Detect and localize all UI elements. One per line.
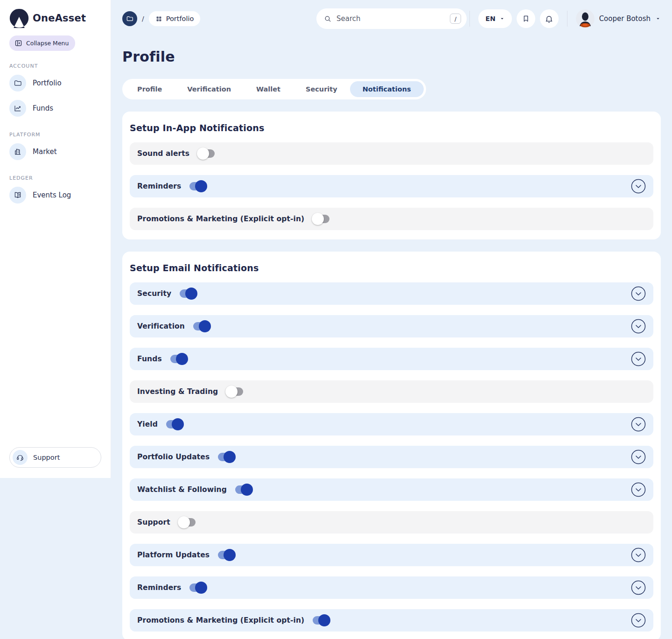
sidebar-nav: ACCOUNT Portfolio Funds PLATFORM Market … — [9, 63, 101, 206]
toggle-switch[interactable] — [235, 485, 252, 494]
tab-notifications[interactable]: Notifications — [350, 81, 424, 97]
notification-row-yield: Yield — [130, 413, 653, 435]
sidebar-item-events-log[interactable]: Events Log — [9, 184, 101, 206]
toggle-switch[interactable] — [313, 215, 329, 223]
toggle-switch[interactable] — [313, 616, 329, 625]
row-label: Reminders — [137, 583, 181, 592]
notification-row-funds: Funds — [130, 348, 653, 370]
toggle-switch[interactable] — [189, 583, 206, 592]
expand-chevron-button[interactable] — [631, 351, 646, 366]
breadcrumb-home-button[interactable] — [122, 11, 137, 26]
search-input[interactable] — [336, 14, 445, 23]
toggle-knob — [195, 582, 207, 594]
expand-chevron-button[interactable] — [631, 613, 646, 628]
toggle-switch[interactable] — [179, 518, 196, 527]
row-label: Yield — [137, 420, 158, 428]
expand-chevron-button[interactable] — [631, 179, 646, 194]
open-book-icon — [9, 187, 26, 204]
tab-wallet[interactable]: Wallet — [244, 81, 293, 97]
support-label: Support — [33, 454, 60, 461]
notification-row-watchlist-following: Watchlist & Following — [130, 478, 653, 501]
chevron-down-icon — [499, 16, 505, 21]
sidebar-section: LEDGER Events Log — [9, 175, 101, 206]
top-bar: / Portfolio / EN — [122, 0, 661, 37]
toggle-switch[interactable] — [218, 453, 235, 461]
chevron-down-icon — [631, 319, 646, 334]
toggle-switch[interactable] — [218, 551, 235, 559]
row-label: Portfolio Updates — [137, 453, 210, 461]
language-selector[interactable]: EN — [478, 9, 511, 28]
chevron-down-icon — [631, 449, 646, 464]
user-name: Cooper Botosh — [599, 14, 651, 23]
expand-chevron-button[interactable] — [631, 449, 646, 464]
divider — [469, 11, 470, 27]
notification-row-portfolio-updates: Portfolio Updates — [130, 446, 653, 468]
notification-row-investing-trading: Investing & Trading — [130, 380, 653, 403]
breadcrumb-portfolio-chip[interactable]: Portfolio — [149, 11, 201, 26]
toggle-knob — [312, 213, 324, 225]
expand-chevron-button[interactable] — [631, 319, 646, 334]
search-icon — [324, 15, 332, 23]
bookmarks-button[interactable] — [517, 9, 535, 28]
toggle-switch[interactable] — [193, 322, 210, 330]
chevron-down-icon — [631, 351, 646, 366]
sidebar-item-label: Market — [33, 147, 57, 156]
toggle-knob — [224, 549, 236, 561]
notifications-card: Setup Email Notifications Security Verif… — [122, 252, 661, 639]
notification-row-support: Support — [130, 511, 653, 534]
toggle-switch[interactable] — [198, 149, 215, 158]
toggle-knob — [225, 386, 238, 398]
logo-text: OneAsset — [33, 13, 86, 24]
expand-chevron-button[interactable] — [631, 580, 646, 595]
notifications-button[interactable] — [540, 9, 559, 28]
toggle-switch[interactable] — [180, 289, 196, 298]
avatar — [576, 9, 595, 28]
expand-chevron-button[interactable] — [631, 482, 646, 497]
tab-profile[interactable]: Profile — [125, 81, 175, 97]
sidebar-item-portfolio[interactable]: Portfolio — [9, 72, 101, 94]
row-label: Security — [137, 289, 171, 298]
toggle-knob — [195, 180, 207, 192]
notification-row-verification: Verification — [130, 315, 653, 337]
chevron-down-icon — [631, 548, 646, 562]
row-label: Watchlist & Following — [137, 485, 227, 494]
toggle-knob — [318, 614, 330, 626]
user-menu[interactable]: Cooper Botosh — [576, 9, 661, 28]
toggle-switch[interactable] — [170, 355, 187, 363]
toggle-switch[interactable] — [226, 387, 243, 396]
sidebar-item-label: Funds — [33, 104, 53, 112]
tab-verification[interactable]: Verification — [175, 81, 244, 97]
toggle-switch[interactable] — [166, 420, 183, 428]
card-title: Setup In-App Notifications — [130, 123, 653, 133]
toggle-knob — [241, 484, 253, 496]
notification-row-security: Security — [130, 282, 653, 305]
chevron-down-icon — [631, 580, 646, 595]
toggle-switch[interactable] — [189, 182, 206, 190]
sidebar-section-label: LEDGER — [9, 175, 101, 181]
sidebar-item-funds[interactable]: Funds — [9, 97, 101, 119]
sidebar-item-market[interactable]: Market — [9, 140, 101, 163]
tab-security[interactable]: Security — [293, 81, 350, 97]
page-title: Profile — [122, 49, 661, 65]
topbar-actions: EN — [466, 9, 661, 28]
support-button[interactable]: Support — [9, 447, 101, 468]
expand-chevron-button[interactable] — [631, 548, 646, 562]
card-title: Setup Email Notifications — [130, 263, 653, 273]
row-label: Sound alerts — [137, 149, 189, 158]
oneasset-logo-icon — [9, 8, 29, 28]
toggle-knob — [176, 353, 188, 365]
row-label: Support — [137, 518, 170, 527]
chevron-down-icon — [631, 179, 646, 194]
collapse-menu-button[interactable]: Collapse Menu — [9, 35, 75, 51]
expand-chevron-button[interactable] — [631, 417, 646, 432]
row-label: Verification — [137, 322, 185, 330]
grid-icon — [155, 15, 162, 22]
divider — [567, 11, 567, 27]
headset-icon — [13, 450, 28, 465]
expand-chevron-button[interactable] — [631, 286, 646, 301]
search-bar[interactable]: / — [316, 8, 467, 29]
search-shortcut-key: / — [450, 14, 461, 24]
chevron-down-icon — [655, 16, 661, 21]
notification-row-reminders: Reminders — [130, 576, 653, 599]
logo: OneAsset — [9, 8, 101, 28]
